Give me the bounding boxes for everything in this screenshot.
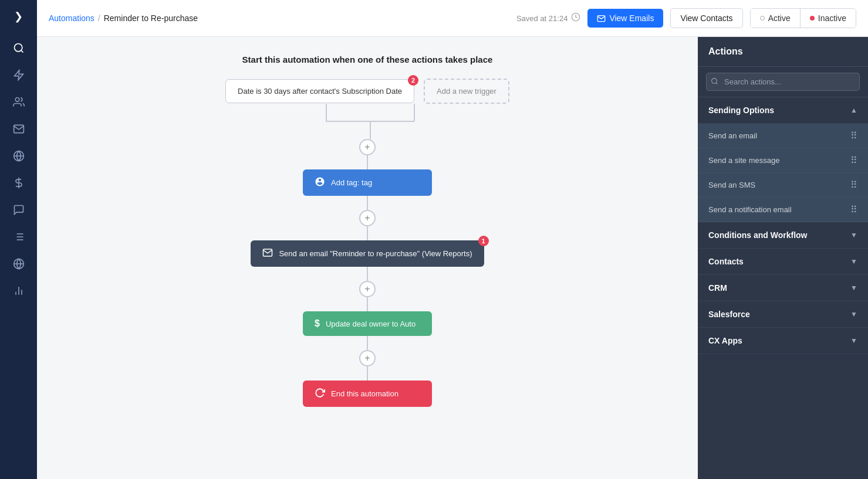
search-actions-input[interactable] bbox=[706, 73, 860, 91]
nav-item-analytics[interactable] bbox=[7, 144, 31, 168]
action-item-send-email[interactable]: Send an email ⠿ bbox=[698, 124, 868, 148]
section-salesforce[interactable]: Salesforce ▼ bbox=[698, 301, 868, 328]
trigger-2-label: Add a new trigger bbox=[437, 87, 497, 96]
node-update-deal[interactable]: $ Update deal owner to Auto bbox=[303, 311, 432, 336]
status-group: Active Inactive bbox=[750, 8, 856, 28]
flow-container: Date is 30 days after contact's Subscrip… bbox=[60, 79, 674, 407]
send-email-label: Send an email bbox=[708, 131, 757, 140]
chevron-down-icon-contacts: ▼ bbox=[850, 257, 857, 266]
sidebar-toggle[interactable]: ❯ bbox=[8, 6, 29, 27]
drag-handle-site-message[interactable]: ⠿ bbox=[850, 155, 857, 166]
chevron-down-icon-cxapps: ▼ bbox=[850, 337, 857, 345]
connector-line-4 bbox=[367, 267, 368, 281]
action-item-site-message[interactable]: Send a site message ⠿ bbox=[698, 148, 868, 173]
saved-text: Saved at 21:24 bbox=[516, 14, 568, 23]
trigger-1-label: Date is 30 days after contact's Subscrip… bbox=[238, 87, 402, 96]
branch-connector-svg bbox=[232, 104, 502, 139]
chevron-up-icon: ▲ bbox=[850, 106, 857, 114]
active-dot-icon bbox=[760, 16, 765, 21]
add-trigger-box[interactable]: Add a new trigger bbox=[424, 79, 509, 104]
chevron-right-icon: ❯ bbox=[14, 10, 23, 23]
view-emails-button[interactable]: View Emails bbox=[587, 9, 663, 28]
nav-item-contacts[interactable] bbox=[7, 90, 31, 114]
email-node-label: Send an email "Reminder to re-purchase" … bbox=[279, 249, 472, 258]
section-sending-options[interactable]: Sending Options ▲ bbox=[698, 97, 868, 124]
breadcrumb-separator: / bbox=[98, 13, 100, 23]
status-inactive-label: Inactive bbox=[818, 13, 846, 23]
end-node-label: End this automation bbox=[331, 389, 398, 398]
conditions-label: Conditions and Workflow bbox=[708, 230, 808, 240]
svg-point-23 bbox=[712, 78, 717, 83]
site-message-label: Send a site message bbox=[708, 156, 779, 165]
nav-item-lists[interactable] bbox=[7, 225, 31, 249]
chevron-down-icon-crm: ▼ bbox=[850, 284, 857, 292]
svg-line-24 bbox=[716, 83, 717, 84]
crm-label: CRM bbox=[708, 283, 727, 293]
nav-item-globe[interactable] bbox=[7, 252, 31, 276]
svg-point-3 bbox=[15, 98, 19, 102]
status-inactive-button[interactable]: Inactive bbox=[801, 9, 856, 28]
search-icon bbox=[711, 77, 718, 87]
nav-item-lightning[interactable] bbox=[7, 63, 31, 87]
cxapps-label: CX Apps bbox=[708, 336, 742, 345]
action-item-sms[interactable]: Send an SMS ⠿ bbox=[698, 173, 868, 198]
notification-email-label: Send a notification email bbox=[708, 205, 792, 214]
view-contacts-label: View Contacts bbox=[680, 13, 732, 23]
inactive-dot-icon bbox=[810, 16, 815, 21]
section-contacts[interactable]: Contacts ▼ bbox=[698, 249, 868, 275]
svg-line-1 bbox=[21, 50, 23, 53]
drag-handle-send-email[interactable]: ⠿ bbox=[850, 130, 857, 141]
breadcrumb-current: Reminder to Re-purchase bbox=[104, 13, 198, 23]
end-node-icon bbox=[315, 388, 325, 400]
breadcrumb: Automations / Reminder to Re-purchase bbox=[49, 13, 198, 23]
sms-label: Send an SMS bbox=[708, 181, 755, 189]
panel-header: Actions bbox=[698, 37, 868, 67]
add-step-button-4[interactable]: + bbox=[359, 350, 376, 366]
trigger-row: Date is 30 days after contact's Subscrip… bbox=[225, 79, 509, 104]
add-step-button-2[interactable]: + bbox=[359, 210, 376, 226]
drag-handle-sms[interactable]: ⠿ bbox=[850, 179, 857, 191]
canvas-area: Start this automation when one of these … bbox=[37, 37, 698, 479]
nav-item-messages[interactable] bbox=[7, 198, 31, 222]
trigger-box-1[interactable]: Date is 30 days after contact's Subscrip… bbox=[225, 79, 414, 103]
section-conditions-workflow[interactable]: Conditions and Workflow ▼ bbox=[698, 222, 868, 249]
tag-node-icon bbox=[315, 176, 325, 189]
chevron-down-icon-salesforce: ▼ bbox=[850, 310, 857, 318]
section-crm[interactable]: CRM ▼ bbox=[698, 275, 868, 301]
connector-line-5 bbox=[367, 297, 368, 311]
saved-info: Saved at 21:24 bbox=[516, 12, 580, 24]
status-active-label: Active bbox=[768, 13, 791, 23]
nav-item-search[interactable] bbox=[7, 36, 31, 60]
svg-marker-2 bbox=[14, 70, 23, 80]
connector-line-2 bbox=[367, 196, 368, 210]
nav-item-deals[interactable] bbox=[7, 171, 31, 195]
section-cxapps[interactable]: CX Apps ▼ bbox=[698, 328, 868, 354]
panel-title: Actions bbox=[708, 46, 743, 56]
branch-connector bbox=[232, 104, 502, 139]
contacts-label: Contacts bbox=[708, 257, 744, 266]
email-node-icon bbox=[262, 247, 273, 260]
action-item-notification-email[interactable]: Send a notification email ⠿ bbox=[698, 198, 868, 222]
deal-node-icon: $ bbox=[315, 318, 320, 329]
nav-item-reports[interactable] bbox=[7, 279, 31, 303]
trigger-1-badge: 2 bbox=[408, 75, 418, 86]
email-node-badge: 1 bbox=[478, 236, 489, 246]
connector-line-7 bbox=[367, 366, 368, 381]
node-send-email[interactable]: Send an email "Reminder to re-purchase" … bbox=[251, 240, 484, 267]
status-active-button[interactable]: Active bbox=[751, 9, 801, 28]
sending-options-label: Sending Options bbox=[708, 106, 774, 115]
top-bar: Automations / Reminder to Re-purchase Sa… bbox=[37, 0, 868, 37]
view-emails-label: View Emails bbox=[609, 13, 654, 23]
nav-item-email[interactable] bbox=[7, 117, 31, 141]
view-contacts-button[interactable]: View Contacts bbox=[670, 8, 742, 28]
add-step-button-3[interactable]: + bbox=[359, 281, 376, 297]
add-step-button-1[interactable]: + bbox=[359, 139, 376, 155]
sidebar-nav: ❯ bbox=[0, 0, 37, 479]
content-area: Start this automation when one of these … bbox=[37, 37, 868, 479]
node-end-automation[interactable]: End this automation bbox=[303, 381, 432, 407]
automation-title: Start this automation when one of these … bbox=[242, 55, 493, 64]
breadcrumb-parent[interactable]: Automations bbox=[49, 13, 94, 23]
sending-options-items: Send an email ⠿ Send a site message ⠿ Se… bbox=[698, 124, 868, 222]
drag-handle-notification-email[interactable]: ⠿ bbox=[850, 204, 857, 215]
node-add-tag[interactable]: Add tag: tag bbox=[303, 169, 432, 196]
